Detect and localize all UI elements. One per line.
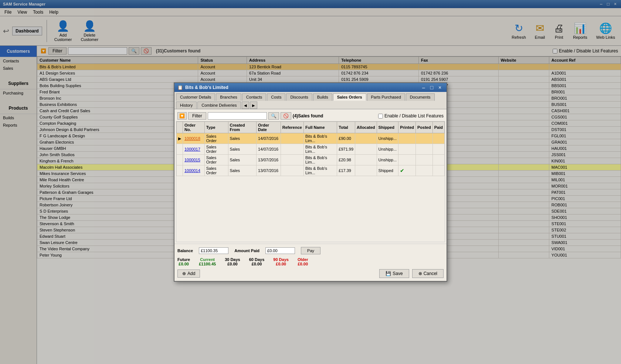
cell-reference [281, 133, 303, 144]
aging-future-label: Future [177, 257, 190, 262]
dialog-title-icon: 📋 [177, 85, 183, 90]
cell-posted [416, 155, 433, 165]
save-button[interactable]: 💾 Save [379, 269, 409, 278]
dialog-title: 📋 Bits & Bob's Limited [177, 85, 228, 90]
cell-shipped: Shipped [377, 165, 398, 176]
aging-30-label: 30 Days [225, 257, 240, 262]
cell-pointer [177, 155, 183, 165]
col-order-date[interactable]: Order Date [257, 122, 281, 133]
col-shipped[interactable]: Shipped [377, 122, 398, 133]
col-reference[interactable]: Reference [281, 122, 303, 133]
col-order-no[interactable]: Order No. [183, 122, 205, 133]
cell-allocated [355, 165, 377, 176]
cell-full-name: Bits & Bob's Lim... [303, 155, 337, 165]
cell-order-date: 13/07/2016 [257, 155, 281, 165]
dialog-maximize-button[interactable]: □ [428, 84, 435, 91]
sales-table-row[interactable]: 1000015 Sales Order Sales 13/07/2016 Bit… [177, 155, 445, 165]
sales-table-row[interactable]: 1000014 Sales Order Sales 13/07/2016 Bit… [177, 165, 445, 176]
col-full-name[interactable]: Full Name [303, 122, 337, 133]
tab-sales-orders[interactable]: Sales Orders [333, 93, 366, 101]
cell-allocated [355, 133, 377, 144]
sales-order-table: Order No. Type Created From Order Date R… [176, 121, 445, 176]
cell-full-name: Bits & Bob's Lim... [303, 144, 337, 155]
tab-branches[interactable]: Branches [216, 93, 241, 101]
inner-enable-disable-label: Enable / Disable List Features [384, 113, 444, 119]
tab-discounts[interactable]: Discounts [286, 93, 312, 101]
plus-circle-icon: ⊕ [182, 271, 186, 276]
sales-table-row[interactable]: ▶ 1000018 Sales Order Sales 14/07/2016 B… [177, 133, 445, 144]
col-total[interactable]: Total [337, 122, 355, 133]
save-label: Save [393, 271, 403, 276]
tab-prev-button[interactable]: ◀ [242, 102, 249, 109]
cell-total: £17.39 [337, 165, 355, 176]
tab-parts-purchased[interactable]: Parts Purchased [367, 93, 405, 101]
aging-future: Future £0.00 [177, 257, 190, 266]
cell-pointer [177, 144, 183, 155]
dialog-controls: – □ × [420, 84, 444, 91]
cell-full-name: Bits & Bob's Lim... [303, 133, 337, 144]
cell-printed: ✔ [398, 165, 416, 176]
col-posted[interactable]: Posted [416, 122, 433, 133]
cell-posted [416, 144, 433, 155]
tab-costs[interactable]: Costs [267, 93, 285, 101]
aging-30days: 30 Days £0.00 [225, 257, 240, 266]
add-button[interactable]: ⊕ Add [177, 269, 200, 278]
inner-search-button[interactable]: 🔍 [268, 112, 279, 120]
tab-builds[interactable]: Builds [313, 93, 332, 101]
tab-history[interactable]: History [176, 102, 197, 109]
cell-order-no: 1000018 [183, 133, 205, 144]
cell-posted [416, 165, 433, 176]
pay-button[interactable]: Pay [301, 247, 320, 254]
tab-next-button[interactable]: ▶ [250, 102, 257, 109]
dialog-footer: Balance Amount Paid Pay Future £0.00 Cur… [174, 244, 447, 281]
dialog-minimize-button[interactable]: – [420, 84, 427, 91]
tab-customer-details[interactable]: Customer Details [176, 93, 215, 101]
col-allocated[interactable]: Allocated [355, 122, 377, 133]
col-type[interactable]: Type [204, 122, 228, 133]
aging-current-value: £1100.45 [199, 262, 216, 266]
inner-filter-button[interactable]: Filter [188, 112, 206, 120]
balance-label: Balance [177, 248, 193, 253]
aging-60-value: £0.00 [252, 262, 262, 266]
col-created-from[interactable]: Created From [228, 122, 257, 133]
inner-enable-disable: Enable / Disable List Features [378, 113, 444, 119]
dialog-close-button[interactable]: × [436, 84, 444, 91]
tab-nav-arrows: ◀ ▶ [242, 102, 257, 109]
aging-90days: 90 Days £0.00 [273, 257, 289, 266]
aging-older: Older £0.00 [298, 257, 308, 266]
cell-order-no: 1000014 [183, 165, 205, 176]
balance-input[interactable] [199, 247, 228, 254]
footer-buttons: ⊕ Add 💾 Save ⊗ Cancel [177, 269, 444, 278]
cancel-button[interactable]: ⊗ Cancel [412, 269, 444, 278]
cell-total: £20.98 [337, 155, 355, 165]
inner-clear-button[interactable]: 🚫 [281, 112, 291, 120]
cell-allocated [355, 144, 377, 155]
cell-created-from: Sales [228, 133, 257, 144]
cell-type: Sales Order [204, 144, 228, 155]
cell-paid [432, 165, 444, 176]
inner-enable-disable-checkbox[interactable] [378, 114, 383, 119]
amount-paid-input[interactable] [265, 247, 295, 254]
dialog-title-text: Bits & Bob's Limited [185, 85, 228, 90]
cell-shipped: Unshipp... [377, 133, 398, 144]
tab-documents[interactable]: Documents [406, 93, 435, 101]
col-paid[interactable]: Paid [432, 122, 444, 133]
tab-contacts[interactable]: Contacts [242, 93, 266, 101]
sales-table-row[interactable]: 1000017 Sales Order Sales 14/07/2016 Bit… [177, 144, 445, 155]
col-pointer [177, 122, 183, 133]
cell-type: Sales Order [204, 155, 228, 165]
cell-full-name: Bits & Bob's Lim... [303, 165, 337, 176]
cell-total: £971.99 [337, 144, 355, 155]
tab-combine-deliveries[interactable]: Combine Deliveries [197, 102, 241, 109]
cell-type: Sales Order [204, 165, 228, 176]
cell-paid [432, 155, 444, 165]
inner-filter-icon-button[interactable]: 🔽 [177, 112, 187, 120]
cell-allocated [355, 155, 377, 165]
inner-search-input[interactable] [208, 112, 267, 120]
dialog-title-bar: 📋 Bits & Bob's Limited – □ × [174, 83, 447, 92]
cell-created-from: Sales [228, 144, 257, 155]
col-printed[interactable]: Printed [398, 122, 416, 133]
cell-created-from: Sales [228, 165, 257, 176]
cell-order-no: 1000017 [183, 144, 205, 155]
cell-reference [281, 155, 303, 165]
